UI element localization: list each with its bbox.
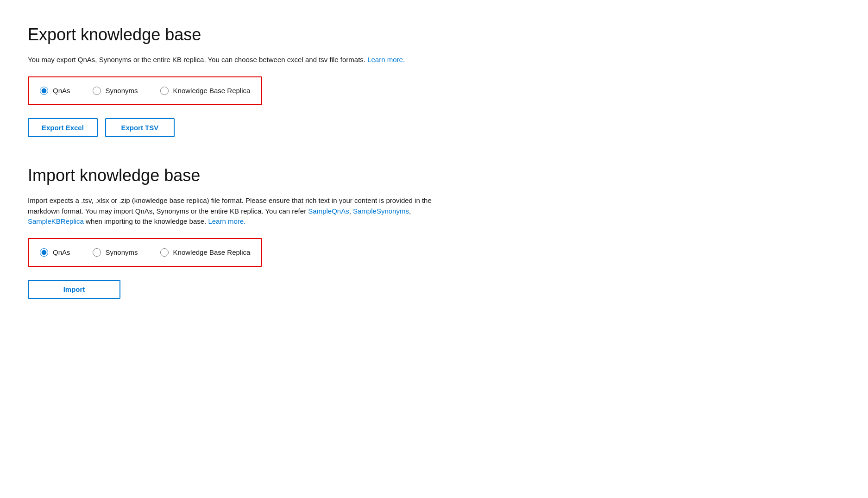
import-title: Import knowledge base [28,163,840,188]
import-qnas-label: QnAs [53,247,70,258]
import-section: Import knowledge base Import expects a .… [28,163,840,299]
import-synonyms-radio[interactable] [93,248,101,257]
export-synonyms-label: Synonyms [106,86,138,96]
export-button-group: Export Excel Export TSV [28,118,840,137]
export-tsv-button[interactable]: Export TSV [105,118,175,137]
sample-synonyms-link[interactable]: SampleSynonyms [353,207,409,215]
export-qnas-radio[interactable] [40,87,48,95]
import-description: Import expects a .tsv, .xlsx or .zip (kn… [28,195,445,227]
export-radio-kbreplica[interactable]: Knowledge Base Replica [160,86,251,96]
export-title: Export knowledge base [28,22,840,47]
export-kbreplica-label: Knowledge Base Replica [173,86,251,96]
export-qnas-label: QnAs [53,86,70,96]
import-synonyms-label: Synonyms [106,247,138,258]
export-description: You may export QnAs, Synonyms or the ent… [28,55,445,65]
sample-kbreplica-link[interactable]: SampleKBReplica [28,217,84,225]
export-section: Export knowledge base You may export QnA… [28,22,840,137]
export-radio-synonyms[interactable]: Synonyms [93,86,138,96]
import-learn-more-link[interactable]: Learn more. [208,217,245,225]
import-button[interactable]: Import [28,280,120,299]
import-radio-synonyms[interactable]: Synonyms [93,247,138,258]
import-separator-2: , [409,207,411,215]
export-excel-button[interactable]: Export Excel [28,118,98,137]
export-description-text: You may export QnAs, Synonyms or the ent… [28,56,365,63]
import-radio-kbreplica[interactable]: Knowledge Base Replica [160,247,251,258]
import-kbreplica-label: Knowledge Base Replica [173,247,251,258]
import-kbreplica-radio[interactable] [160,248,169,257]
import-radio-group: QnAs Synonyms Knowledge Base Replica [28,238,262,267]
export-synonyms-radio[interactable] [93,87,101,95]
export-radio-group: QnAs Synonyms Knowledge Base Replica [28,76,262,106]
export-learn-more-link[interactable]: Learn more. [367,56,405,63]
import-button-group: Import [28,280,840,299]
import-description-text-2: when importing to the knowledge base. [84,217,208,225]
import-qnas-radio[interactable] [40,248,48,257]
export-radio-qnas[interactable]: QnAs [40,86,70,96]
sample-qnas-link[interactable]: SampleQnAs [308,207,349,215]
import-separator-1: , [349,207,353,215]
export-kbreplica-radio[interactable] [160,87,169,95]
import-radio-qnas[interactable]: QnAs [40,247,70,258]
